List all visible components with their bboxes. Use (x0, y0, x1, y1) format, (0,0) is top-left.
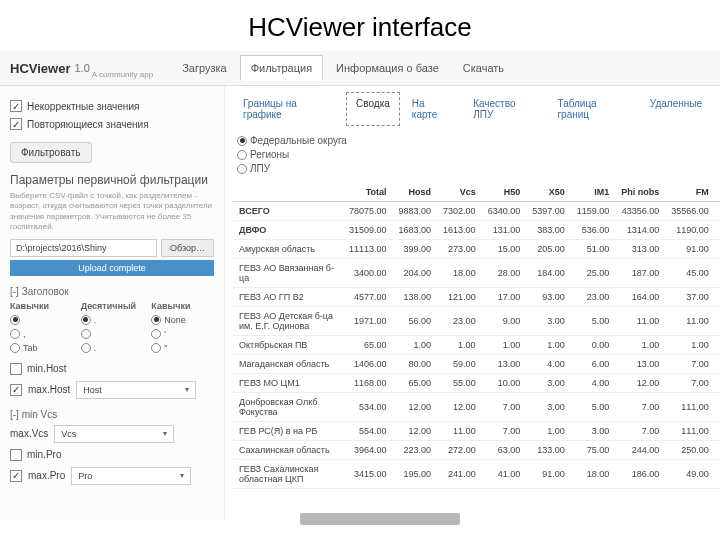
host-dropdown[interactable]: Host▾ (76, 381, 196, 399)
table-cell: ГЕВЗ АО Ввязанная б-ца (233, 259, 343, 288)
column-header[interactable]: Total (343, 183, 393, 202)
table-cell: 1.00 (393, 336, 438, 355)
radio-option[interactable]: " (151, 343, 214, 353)
checkbox-max-host[interactable]: ✓ (10, 384, 22, 396)
radio-label: . (94, 343, 97, 353)
table-cell: 49.00 (665, 460, 715, 489)
table-cell: 9883.00 (393, 202, 438, 221)
table-cell: 383.00 (526, 221, 571, 240)
header-toggle[interactable]: [-] Заголовок (10, 286, 214, 297)
table-row[interactable]: ДВФО31509.001683.001613.00131.00383.0053… (233, 221, 720, 240)
vcs-toggle[interactable]: [-] min Vcs (10, 409, 214, 420)
table-row[interactable]: Сахалинская область3964.00223.00272.0063… (233, 441, 720, 460)
table-cell: Сахалинская область (233, 441, 343, 460)
radio-label: . (94, 315, 97, 325)
checkbox-repeat-values[interactable]: ✓ (10, 118, 22, 130)
checkbox-min-host[interactable] (10, 363, 22, 375)
table-cell: 7.00 (615, 422, 665, 441)
table-cell: 164.00 (615, 288, 665, 307)
table-row[interactable]: ГЕВЗ МО ЦМ11168.0065.0055.0010.003.004.0… (233, 374, 720, 393)
table-cell: 534.00 (343, 393, 393, 422)
table-cell: 13.00 (482, 355, 527, 374)
radio-icon (151, 343, 161, 353)
table-cell: ДВФО (233, 221, 343, 240)
table-row[interactable]: Донбровская Олкб Фокуства534.0012.0012.0… (233, 393, 720, 422)
column-header[interactable]: H50 (482, 183, 527, 202)
table-cell: 223.00 (393, 441, 438, 460)
table-cell: 9.00 (715, 307, 720, 336)
table-row[interactable]: ГЕВЗ Сахалинская областная ЦКП3415.00195… (233, 460, 720, 489)
table-cell: 11.00 (615, 307, 665, 336)
nav-item[interactable]: Фильтрация (240, 55, 323, 81)
table-row[interactable]: ГЕВЗ АО Ввязанная б-ца3400.00204.0018.00… (233, 259, 720, 288)
table-cell: 4.00 (571, 374, 616, 393)
radio-option[interactable]: . (81, 315, 144, 325)
pro-dropdown[interactable]: Pro▾ (71, 467, 191, 485)
table-row[interactable]: Октябрьская ПВ65.001.001.001.001.000.001… (233, 336, 720, 355)
nav-item[interactable]: Загрузка (171, 55, 237, 81)
table-cell: 10.00 (715, 355, 720, 374)
file-path-input[interactable]: D:\projects\2016\Shiny (10, 239, 157, 257)
radio-option[interactable]: None (151, 315, 214, 325)
checkbox-incorrect-values[interactable]: ✓ (10, 100, 22, 112)
table-cell: 23.00 (571, 288, 616, 307)
table-cell: 11.00 (665, 307, 715, 336)
radio-option[interactable] (81, 329, 144, 339)
radio-option[interactable]: . (81, 343, 144, 353)
table-row[interactable]: ГЕВЗ АО Детская б-ца им. Е.Г. Одинова197… (233, 307, 720, 336)
chevron-down-icon: ▾ (163, 429, 167, 438)
checkbox-label: max.Pro (28, 470, 65, 481)
tab[interactable]: Сводка (346, 92, 400, 126)
table-cell: ГЕВЗ АО Детская б-ца им. Е.Г. Одинова (233, 307, 343, 336)
checkbox-max-pro[interactable]: ✓ (10, 470, 22, 482)
nav-item[interactable]: Информация о базе (325, 55, 450, 81)
column-header[interactable]: X50 (526, 183, 571, 202)
table-cell: 1159.00 (571, 202, 616, 221)
column-header[interactable]: Phi nobs (615, 183, 665, 202)
level-radio[interactable]: Регионы (237, 149, 708, 160)
table-cell: 18.00 (571, 460, 616, 489)
tab[interactable]: Таблица границ (547, 92, 637, 126)
table-cell: 111.00 (665, 393, 715, 422)
app-version: 1.0 (74, 62, 89, 74)
table-row[interactable]: ВСЕГО78075.009883.007302.006340.005397.0… (233, 202, 720, 221)
table-row[interactable]: ГЕВ РС(Я) в на РБ554.0012.0011.007.001.0… (233, 422, 720, 441)
column-header[interactable]: Vcs (437, 183, 482, 202)
table-cell: 202.00 (715, 460, 720, 489)
table-cell: 1.00 (526, 336, 571, 355)
level-radio[interactable]: Федеральные округа (237, 135, 708, 146)
vcs-dropdown[interactable]: Vcs▾ (54, 425, 174, 443)
table-cell: ГЕВЗ АО ГП В2 (233, 288, 343, 307)
nav-item[interactable]: Скачать (452, 55, 515, 81)
horizontal-scrollbar-thumb[interactable] (300, 513, 460, 525)
column-header[interactable]: FM (665, 183, 715, 202)
table-row[interactable]: Магаданская область1406.0080.0059.0013.0… (233, 355, 720, 374)
radio-option[interactable]: ' (151, 329, 214, 339)
radio-label: Регионы (250, 149, 289, 160)
tab[interactable]: На карте (402, 92, 461, 126)
data-table-wrap[interactable]: TotalHosdVcsH50X50IM1Phi nobsFMFM_procHe… (225, 183, 720, 521)
column-header[interactable]: IM1 (571, 183, 616, 202)
table-cell: 273.00 (437, 240, 482, 259)
radio-option[interactable]: , (10, 329, 73, 339)
filter-button[interactable]: Фильтровать (10, 142, 92, 163)
table-cell: 12.00 (393, 422, 438, 441)
table-cell: 10.00 (482, 374, 527, 393)
table-cell: 133.00 (526, 441, 571, 460)
radio-option[interactable] (10, 315, 73, 325)
table-cell: 13.00 (615, 355, 665, 374)
browse-button[interactable]: Обзор… (161, 239, 214, 257)
tab[interactable]: Удаленные (640, 92, 712, 126)
table-row[interactable]: ГЕВЗ АО ГП В24577.00138.00121.0017.0093.… (233, 288, 720, 307)
checkbox-min-pro[interactable] (10, 449, 22, 461)
tab[interactable]: Качество ЛПУ (463, 92, 545, 126)
table-cell: 37.00 (665, 288, 715, 307)
column-header[interactable]: FM_proc (715, 183, 720, 202)
table-cell: ВСЕГО (233, 202, 343, 221)
column-header[interactable]: Hosd (393, 183, 438, 202)
radio-option[interactable]: Tab (10, 343, 73, 353)
level-radio[interactable]: ЛПУ (237, 163, 708, 174)
table-row[interactable]: Амурская область11113.00399.00273.0015.0… (233, 240, 720, 259)
tab[interactable]: Границы на графике (233, 92, 344, 126)
column-header[interactable] (233, 183, 343, 202)
